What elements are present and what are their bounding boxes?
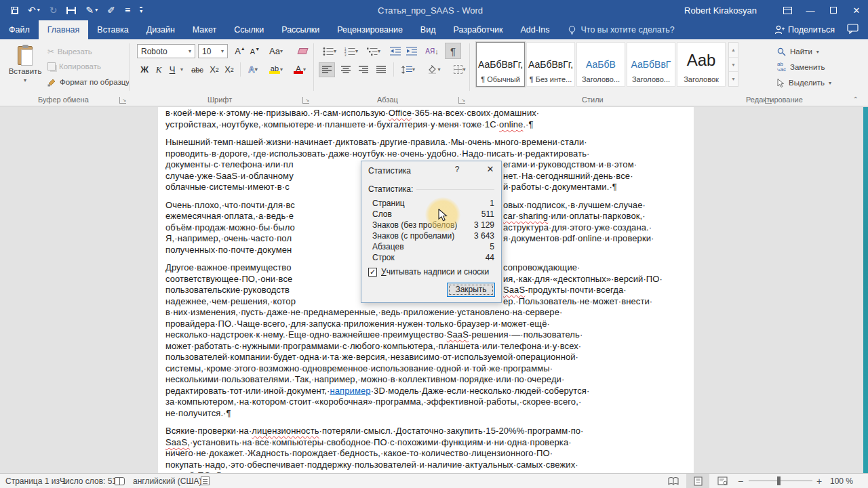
zoom-out-button[interactable]: − [738,474,743,488]
maximize-button[interactable] [822,0,845,20]
style-card-3[interactable]: АаБбВЗаголово... [576,42,625,87]
bold-button[interactable]: Ж [138,62,151,77]
paragraph-dialog-launcher[interactable]: ↘ [458,97,465,104]
paste-button[interactable]: Вставить ▾ [5,43,45,92]
zoom-slider-track[interactable] [749,481,812,481]
font-color-button[interactable]: А▾ [290,62,309,77]
line-spacing-button[interactable]: ▾ [397,62,419,77]
one-page-button[interactable] [66,7,76,14]
font-dialog-launcher[interactable]: ↘ [302,97,309,104]
account-name[interactable]: Robert Kirakosyan [684,5,757,16]
zoom-level[interactable]: 100 % [830,474,853,488]
document-line: покупать·надо,·это·обеспечивает·поддержк… [165,460,681,471]
web-layout-button[interactable] [711,474,734,488]
borders-button[interactable]: ▾ [449,62,471,77]
word-count-indicator[interactable]: Число слов: 511 [60,474,121,488]
tab-developer[interactable]: Разработчик [444,20,511,39]
underline-dropdown[interactable]: ▾ [178,62,186,77]
font-family-combobox[interactable]: Roboto▾ [137,44,195,58]
tab-view[interactable]: Вид [412,20,445,39]
show-formatting-marks-button[interactable]: ¶ [445,43,461,59]
italic-button[interactable]: К [153,62,164,77]
tab-home[interactable]: Главная [39,20,89,39]
page-indicator[interactable]: Страница 1 из 1 [5,474,66,488]
subscript-button[interactable]: X2 [208,62,221,77]
zoom-in-button[interactable]: + [816,474,822,488]
tab-review[interactable]: Рецензирование [328,20,412,39]
underline-button[interactable]: Ч [167,62,178,77]
format-painter-button[interactable]: Формат по образцу [47,75,130,89]
format-painter-qat-button[interactable]: ✐ [107,5,115,15]
decrease-indent-button[interactable] [388,44,403,58]
tab-insert[interactable]: Вставка [88,20,137,39]
style-card-4[interactable]: АаБбВвГЗаголово... [627,42,675,87]
style-card-1[interactable]: АаБбВвГг,¶ Обычный [476,42,525,87]
print-layout-button[interactable] [686,474,709,488]
styles-scroll-up-icon[interactable]: ▲ [729,43,738,58]
collapse-ribbon-button[interactable]: ⌃ [853,96,859,103]
include-textboxes-checkbox[interactable]: ✓ Учитывать надписи и сноски [368,267,489,277]
increase-indent-button[interactable] [404,44,419,58]
align-center-button[interactable] [338,62,354,77]
proofing-status[interactable] [114,474,125,488]
strikethrough-button[interactable]: abc [189,62,206,77]
align-right-button[interactable] [355,62,372,77]
tab-mailings[interactable]: Рассылки [273,20,328,39]
style-card-5[interactable]: АabЗаголовок [677,42,726,87]
multilevel-list-button[interactable]: ▾ [363,44,384,58]
comments-button[interactable] [847,24,859,36]
dialog-help-button[interactable]: ? [452,165,462,176]
customize-qat-button[interactable]: ▾ [140,7,142,14]
undo-button[interactable]: ↶▾ [28,5,40,15]
styles-gallery-scrollbar[interactable]: ▲ ▼ ▼ [728,42,738,87]
styles-gallery-more-icon[interactable]: ▼ [729,72,738,86]
share-button[interactable]: Поделиться [774,25,835,35]
tab-addins[interactable]: Add-Ins [511,20,558,39]
numbering-button[interactable]: 123▾ [342,44,361,58]
style-card-2[interactable]: АаБбВвГг,¶ Без инте... [526,42,575,87]
clear-formatting-button[interactable] [296,44,309,58]
checkbox-icon[interactable]: ✓ [368,268,377,277]
tab-layout[interactable]: Макет [184,20,225,39]
change-case-button[interactable]: Аа▾ [266,44,286,58]
close-dialog-button[interactable]: Закрыть [447,283,495,297]
word-window: ↶▾ ↻ ✎▾ ✐ ≡ ▾ Статья_про_SAAS - Word Rob… [0,0,868,488]
clipboard-dialog-launcher[interactable]: ↘ [119,97,126,104]
highlight-color-button[interactable]: ab▾ [266,62,286,77]
misspelled-word: online [499,119,523,129]
replace-button[interactable]: ab⤷ac Заменить [777,60,825,74]
close-button[interactable]: ✕ [845,0,868,20]
font-size-combobox[interactable]: 10▾ [198,44,228,58]
lines-button[interactable]: ≡ [125,5,130,15]
minimize-button[interactable]: — [799,0,822,20]
shading-button[interactable]: ▾ [423,62,445,77]
language-indicator[interactable]: английский (США) [133,474,201,488]
zoom-slider-thumb[interactable] [777,476,781,485]
hyperlink[interactable]: например [330,386,371,396]
shrink-font-button[interactable]: А▼ [248,44,262,58]
document-line: несколько·надстроек·к·нему.·Еще·одно·важ… [165,329,681,341]
text-fragment-after-dialog: ия,·как·для·«десктопных»·версий·ПО· [503,274,663,285]
text-fragment-after-dialog: аструктура·для·этого·уже·создана.· [503,222,652,234]
select-button[interactable]: Выделить▾ [777,76,831,89]
tab-file[interactable]: Файл [0,20,39,39]
text-run: пользовательские·руководств [165,285,290,295]
find-button[interactable]: Найти▾ [777,45,819,58]
tab-design[interactable]: Дизайн [138,20,184,39]
bullets-button[interactable]: ▾ [320,44,339,58]
save-button[interactable] [11,7,18,14]
justify-button[interactable] [373,62,389,77]
macro-recording-button[interactable] [201,474,210,488]
tab-references[interactable]: Ссылки [225,20,273,39]
dialog-close-button[interactable]: ✕ [484,164,497,176]
read-mode-button[interactable] [662,474,685,488]
grow-font-button[interactable]: А▲ [233,44,247,58]
ribbon-display-options-button[interactable] [776,0,799,20]
superscript-button[interactable]: X2 [222,62,236,77]
styles-scroll-down-icon[interactable]: ▼ [729,58,738,73]
ink-button[interactable]: ✎▾ [85,5,98,15]
text-effects-button[interactable]: А▾ [244,62,262,77]
tell-me-box[interactable]: Что вы хотите сделать? [558,20,674,39]
sort-button[interactable]: АЯ↓ [423,44,441,58]
align-left-button[interactable] [319,62,335,77]
